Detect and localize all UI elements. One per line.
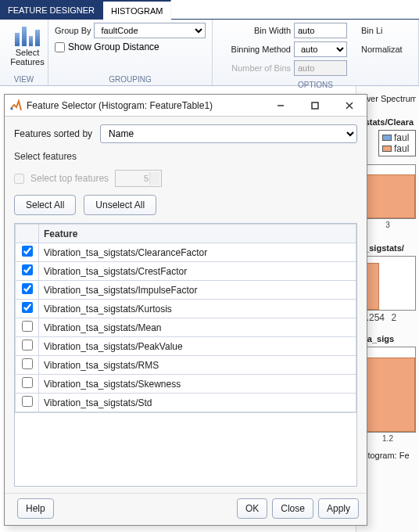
close-window-button[interactable]	[332, 95, 367, 117]
dialog-footer: Help OK Close Apply	[5, 493, 367, 525]
feature-checkbox[interactable]	[22, 358, 33, 369]
feature-name: Vibration_tsa_sigstats/CrestFactor	[39, 262, 356, 281]
binning-method-select[interactable]: auto	[294, 41, 347, 57]
tick-1: 3	[360, 221, 416, 229]
binning-method-label: Binning Method	[219, 45, 291, 54]
bin-width-label: Bin Width	[219, 26, 291, 35]
bars-icon	[15, 24, 40, 46]
table-row[interactable]: Vibration_tsa_sigstats/Skewness	[16, 375, 356, 394]
feature-name: Vibration_tsa_sigstats/PeakValue	[39, 337, 356, 356]
unselect-all-button[interactable]: Unselect All	[84, 195, 156, 215]
feature-checkbox[interactable]	[22, 302, 33, 313]
minimize-button[interactable]	[263, 95, 298, 117]
mini-chart-2	[360, 256, 416, 311]
bin-width-input[interactable]	[294, 23, 347, 38]
select-features-hint: Select features	[14, 151, 357, 162]
feature-checkbox[interactable]	[22, 340, 33, 350]
mini-chart-1	[360, 164, 416, 219]
dialog-title: Feature Selector (Histogram: FeatureTabl…	[27, 100, 263, 111]
select-features-label: Select Features	[10, 48, 44, 66]
svg-rect-2	[312, 102, 318, 109]
group-by-label: Group By	[55, 26, 91, 35]
feature-checkbox[interactable]	[22, 246, 33, 257]
table-row[interactable]: Vibration_tsa_sigstats/ClearanceFactor	[16, 243, 356, 262]
ribbon-tabs: FEATURE DESIGNER HISTOGRAM	[0, 0, 419, 20]
sorted-by-select[interactable]: Name	[100, 124, 357, 143]
help-button[interactable]: Help	[17, 498, 54, 519]
chart-title-3: tsa_sigs	[360, 334, 416, 343]
titlebar[interactable]: Feature Selector (Histogram: FeatureTabl…	[5, 95, 367, 117]
checkbox-column-header	[16, 225, 39, 243]
feature-table: Feature Vibration_tsa_sigstats/Clearance…	[14, 223, 357, 487]
tab-feature-designer[interactable]: FEATURE DESIGNER	[0, 0, 103, 20]
tick-3: 1.2	[360, 434, 416, 443]
group-by-select[interactable]: faultCode	[94, 23, 206, 38]
feature-checkbox[interactable]	[22, 321, 33, 332]
mini-chart-3	[360, 347, 416, 433]
feature-name: Vibration_tsa_sigstats/Mean	[39, 318, 356, 337]
tick-2: 2.254 2	[360, 312, 416, 323]
grouping-group-label: GROUPING	[55, 74, 206, 84]
select-top-label: Select top features	[30, 173, 109, 184]
chart-title-1: gstats/Cleara	[360, 117, 416, 127]
feature-name: Vibration_tsa_sigstats/Kurtosis	[39, 300, 356, 318]
legend: faul faul	[378, 130, 416, 156]
feature-name: Vibration_tsa_sigstats/RMS	[39, 356, 356, 375]
maximize-button[interactable]	[298, 95, 332, 117]
select-all-button[interactable]: Select All	[14, 195, 76, 215]
chart-title-2: a_sigstats/	[360, 243, 416, 253]
table-row[interactable]: Vibration_tsa_sigstats/PeakValue	[16, 337, 356, 356]
select-top-checkbox	[14, 174, 24, 184]
close-button[interactable]: Close	[272, 498, 313, 519]
table-row[interactable]: Vibration_tsa_sigstats/Std	[16, 394, 356, 412]
feature-name: Vibration_tsa_sigstats/ClearanceFactor	[39, 243, 356, 262]
table-row[interactable]: Vibration_tsa_sigstats/RMS	[16, 356, 356, 375]
ok-button[interactable]: OK	[237, 498, 267, 519]
feature-checkbox[interactable]	[22, 283, 33, 294]
num-bins-input	[294, 60, 347, 76]
feature-name: Vibration_tsa_sigstats/Skewness	[39, 375, 356, 394]
feature-name: Vibration_tsa_sigstats/ImpulseFactor	[39, 281, 356, 300]
num-bins-label: Number of Bins	[219, 63, 291, 73]
power-spectrum-label: ower Spectrum:	[360, 94, 416, 103]
feature-checkbox[interactable]	[22, 377, 33, 388]
select-features-button[interactable]: Select Features	[6, 23, 48, 66]
bg-footer: listogram: Fe	[360, 451, 416, 460]
show-group-distance-label: Show Group Distance	[68, 41, 159, 52]
table-row[interactable]: Vibration_tsa_sigstats/ImpulseFactor	[16, 281, 356, 300]
legend-swatch-a	[382, 135, 392, 141]
table-row[interactable]: Vibration_tsa_sigstats/CrestFactor	[16, 262, 356, 281]
select-top-spinner: 5	[115, 170, 162, 187]
sorted-by-label: Features sorted by	[14, 128, 92, 139]
apply-button[interactable]: Apply	[318, 498, 359, 519]
feature-checkbox[interactable]	[22, 396, 33, 407]
feature-selector-dialog: Feature Selector (Histogram: FeatureTabl…	[4, 94, 367, 526]
bin-limits-label: Bin Li	[361, 26, 383, 35]
table-row[interactable]: Vibration_tsa_sigstats/Kurtosis	[16, 300, 356, 318]
tab-histogram[interactable]: HISTOGRAM	[103, 0, 171, 20]
normalization-label: Normalizat	[361, 45, 403, 54]
matlab-icon	[9, 99, 22, 112]
feature-column-header: Feature	[39, 225, 356, 243]
view-group-label: VIEW	[6, 74, 41, 84]
show-group-distance-checkbox[interactable]	[55, 42, 65, 52]
table-row[interactable]: Vibration_tsa_sigstats/Mean	[16, 318, 356, 337]
svg-point-0	[11, 107, 13, 110]
feature-name: Vibration_tsa_sigstats/Std	[39, 394, 356, 412]
ribbon-body: Select Features VIEW Group By faultCode …	[0, 20, 419, 86]
feature-checkbox[interactable]	[22, 264, 33, 275]
legend-swatch-b	[382, 146, 392, 152]
